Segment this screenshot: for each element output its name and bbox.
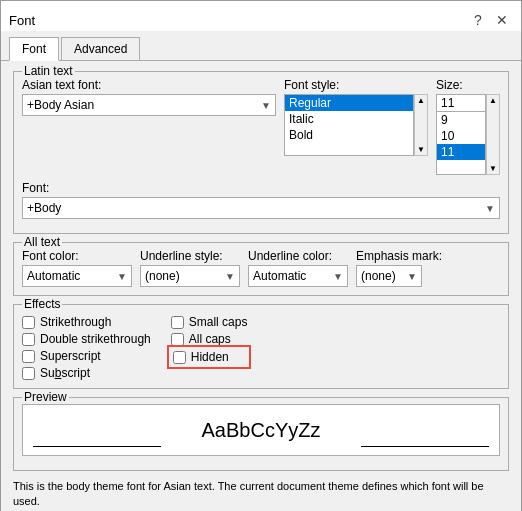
font-style-listbox[interactable]: Regular Italic Bold bbox=[284, 94, 414, 156]
latin-text-label: Latin text bbox=[22, 64, 75, 78]
underline-style-select[interactable]: (none) ▼ bbox=[140, 265, 240, 287]
preview-line-left bbox=[33, 446, 161, 447]
effects-right-col: Small caps All caps Hidden bbox=[171, 315, 248, 380]
help-button[interactable]: ? bbox=[467, 9, 489, 31]
font-label: Font: bbox=[22, 181, 500, 195]
dialog-title: Font bbox=[9, 13, 35, 28]
all-caps-checkbox[interactable] bbox=[171, 333, 184, 346]
asian-font-row: Asian text font: +Body Asian ▼ Font styl… bbox=[22, 78, 500, 175]
font-style-item-regular[interactable]: Regular bbox=[285, 95, 413, 111]
asian-font-select[interactable]: +Body Asian ▼ bbox=[22, 94, 276, 116]
font-color-label: Font color: bbox=[22, 249, 132, 263]
effects-group: Effects Strikethrough Double strikethrou… bbox=[13, 304, 509, 389]
font-style-col: Font style: Regular Italic Bold ▲ ▼ bbox=[284, 78, 428, 156]
small-caps-row: Small caps bbox=[171, 315, 248, 329]
font-col: Font: +Body ▼ bbox=[22, 181, 500, 219]
font-color-col: Font color: Automatic ▼ bbox=[22, 249, 132, 287]
size-items[interactable]: 9 10 11 bbox=[437, 112, 485, 174]
tab-advanced[interactable]: Advanced bbox=[61, 37, 140, 60]
font-style-listbox-wrapper: Regular Italic Bold ▲ ▼ bbox=[284, 94, 428, 156]
preview-group: Preview AaBbCcYyZz bbox=[13, 397, 509, 471]
emphasis-mark-select[interactable]: (none) ▼ bbox=[356, 265, 422, 287]
underline-color-col: Underline color: Automatic ▼ bbox=[248, 249, 348, 287]
emphasis-mark-arrow: ▼ bbox=[405, 271, 419, 282]
underline-color-arrow: ▼ bbox=[331, 271, 345, 282]
font-select[interactable]: +Body ▼ bbox=[22, 197, 500, 219]
double-strikethrough-checkbox[interactable] bbox=[22, 333, 35, 346]
all-text-label: All text bbox=[22, 235, 62, 249]
font-style-scroll-down[interactable]: ▼ bbox=[415, 144, 427, 155]
preview-label: Preview bbox=[22, 390, 69, 404]
asian-font-col: Asian text font: +Body Asian ▼ bbox=[22, 78, 276, 116]
emphasis-mark-value: (none) bbox=[361, 269, 396, 283]
emphasis-mark-col: Emphasis mark: (none) ▼ bbox=[356, 249, 442, 287]
double-strikethrough-row: Double strikethrough bbox=[22, 332, 151, 346]
font-color-arrow: ▼ bbox=[115, 271, 129, 282]
font-value: +Body bbox=[27, 201, 61, 215]
superscript-row: Superscript bbox=[22, 349, 151, 363]
font-select-arrow: ▼ bbox=[483, 203, 497, 214]
size-listbox[interactable]: 11 9 10 11 bbox=[436, 94, 486, 175]
underline-color-label: Underline color: bbox=[248, 249, 348, 263]
subscript-label: Subscript bbox=[40, 366, 90, 380]
hidden-checkbox[interactable] bbox=[173, 351, 186, 364]
underline-color-select[interactable]: Automatic ▼ bbox=[248, 265, 348, 287]
asian-font-arrow: ▼ bbox=[259, 100, 273, 111]
underline-style-label: Underline style: bbox=[140, 249, 240, 263]
font-dialog: Font ? ✕ Font Advanced Latin text Asian … bbox=[0, 0, 522, 511]
double-strikethrough-label: Double strikethrough bbox=[40, 332, 151, 346]
preview-box: AaBbCcYyZz bbox=[22, 404, 500, 456]
size-scroll-down[interactable]: ▼ bbox=[487, 163, 499, 174]
close-button[interactable]: ✕ bbox=[491, 9, 513, 31]
size-item-9[interactable]: 9 bbox=[437, 112, 485, 128]
small-caps-label: Small caps bbox=[189, 315, 248, 329]
font-color-select[interactable]: Automatic ▼ bbox=[22, 265, 132, 287]
font-style-item-italic[interactable]: Italic bbox=[285, 111, 413, 127]
font-style-scroll-up[interactable]: ▲ bbox=[415, 95, 427, 106]
asian-font-value: +Body Asian bbox=[27, 98, 94, 112]
preview-text: AaBbCcYyZz bbox=[202, 419, 321, 442]
title-bar: Font ? ✕ bbox=[1, 1, 521, 31]
preview-line-right bbox=[361, 446, 489, 447]
size-current-value: 11 bbox=[441, 96, 454, 110]
all-caps-label: All caps bbox=[189, 332, 231, 346]
effects-area: Strikethrough Double strikethrough Super… bbox=[22, 315, 500, 380]
subscript-checkbox[interactable] bbox=[22, 367, 35, 380]
strikethrough-row: Strikethrough bbox=[22, 315, 151, 329]
note-text: This is the body theme font for Asian te… bbox=[13, 479, 509, 510]
dialog-content: Latin text Asian text font: +Body Asian … bbox=[1, 61, 521, 511]
tab-font[interactable]: Font bbox=[9, 37, 59, 61]
font-style-label: Font style: bbox=[284, 78, 428, 92]
all-caps-row: All caps bbox=[171, 332, 248, 346]
underline-style-value: (none) bbox=[145, 269, 180, 283]
size-item-11[interactable]: 11 bbox=[437, 144, 485, 160]
underline-style-arrow: ▼ bbox=[223, 271, 237, 282]
size-item-10[interactable]: 10 bbox=[437, 128, 485, 144]
title-buttons: ? ✕ bbox=[467, 9, 513, 31]
all-text-group: All text Font color: Automatic ▼ Underli… bbox=[13, 242, 509, 296]
asian-font-label: Asian text font: bbox=[22, 78, 276, 92]
hidden-row: Hidden bbox=[171, 349, 248, 365]
superscript-label: Superscript bbox=[40, 349, 101, 363]
small-caps-checkbox[interactable] bbox=[171, 316, 184, 329]
effects-left-col: Strikethrough Double strikethrough Super… bbox=[22, 315, 151, 380]
underline-color-value: Automatic bbox=[253, 269, 306, 283]
superscript-checkbox[interactable] bbox=[22, 350, 35, 363]
size-scroll-up[interactable]: ▲ bbox=[487, 95, 499, 106]
font-row: Font: +Body ▼ bbox=[22, 181, 500, 219]
tab-bar: Font Advanced bbox=[1, 31, 521, 61]
font-style-scrollbar[interactable]: ▲ ▼ bbox=[414, 94, 428, 156]
size-listbox-wrapper: 11 9 10 11 ▲ ▼ bbox=[436, 94, 500, 175]
hidden-label: Hidden bbox=[191, 350, 229, 364]
strikethrough-checkbox[interactable] bbox=[22, 316, 35, 329]
subscript-row: Subscript bbox=[22, 366, 151, 380]
all-text-row: Font color: Automatic ▼ Underline style:… bbox=[22, 249, 500, 287]
size-col: Size: 11 9 10 11 bbox=[436, 78, 500, 175]
latin-text-group: Latin text Asian text font: +Body Asian … bbox=[13, 71, 509, 234]
emphasis-mark-label: Emphasis mark: bbox=[356, 249, 442, 263]
font-style-item-bold[interactable]: Bold bbox=[285, 127, 413, 143]
effects-label: Effects bbox=[22, 297, 62, 311]
size-scrollbar[interactable]: ▲ ▼ bbox=[486, 94, 500, 175]
underline-style-col: Underline style: (none) ▼ bbox=[140, 249, 240, 287]
font-color-value: Automatic bbox=[27, 269, 80, 283]
